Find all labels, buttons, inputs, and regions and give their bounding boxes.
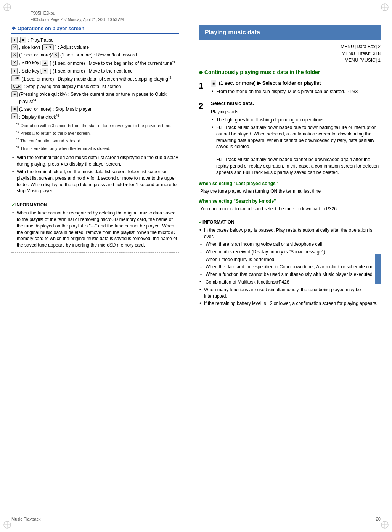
key-line-10: ● : Display the clock*5: [11, 113, 179, 121]
blue-tab: [375, 254, 381, 284]
key-line-8: ■ (Pressing twice quickly) : Save the cu…: [11, 91, 179, 105]
step-1-item-1: From the menu on the sub-display, Music …: [211, 89, 381, 95]
info-title-left: ✓INFORMATION: [11, 202, 179, 208]
key-symbol-circle: ●: [11, 68, 18, 74]
info-right-3: If the remaining battery level is I 2 or…: [199, 300, 381, 307]
step-2-list: The light goes lit or flashing depending…: [211, 117, 381, 176]
key-clr: CLR: [11, 84, 22, 90]
ops-bullet-list: With the terminal folded and music data …: [11, 155, 179, 194]
info-right-dash-3: When i-mode inquiry is performed: [199, 256, 381, 263]
step-1-title: ■ (1 sec. or more) ▶ Select a folder or …: [211, 79, 381, 87]
footnote-4: *4 This is enabled only when the termina…: [11, 145, 179, 152]
step-2-item-1: The light goes lit or flashing depending…: [211, 117, 381, 123]
step-2-content: Select music data. Playing starts. The l…: [211, 100, 381, 177]
footer-bar: Music Playback 20: [11, 515, 381, 521]
menu-line-2: MENU [LifeKit] 318: [199, 50, 381, 57]
key-line-2: ✕, side keys [▲▼] : Adjust volume: [11, 44, 179, 51]
diamond-icon: ◆: [199, 69, 203, 75]
footer-page: 20: [376, 517, 381, 521]
right-column: Playing music data MENU [Data Box] 2 MEN…: [195, 25, 381, 513]
footnote-2: *2 Press □ to return to the player scree…: [11, 129, 179, 136]
when-select-1-text: Play the tune played when turning ON the…: [199, 188, 381, 195]
ops-bullet-2: With the terminal folded, on the music d…: [11, 169, 179, 194]
key-line-3: ✕ (1 sec. or more)/✕ (1 sec. or more) : …: [11, 52, 179, 58]
key-symbol-x4: ✕: [11, 60, 18, 66]
check-icon-right: ✓: [199, 219, 202, 225]
info-right-dash-4: When the date and time specified in Coun…: [199, 264, 381, 270]
left-column: ❖ Operations on player screen ●, ■ : Pla…: [11, 25, 187, 513]
footer-section: Music Playback: [11, 517, 40, 521]
playing-music-data-title: Playing music data: [205, 29, 260, 35]
key-symbol-box: □/■: [11, 75, 20, 81]
step-2-row: 2 Select music data. Playing starts. The…: [199, 100, 381, 177]
key-line-7: CLR : Stop playing and display music dat…: [11, 84, 179, 90]
column-separator: [191, 25, 191, 513]
when-select-1-title: When selecting "Last played songs": [199, 180, 381, 187]
info-right-dash-1: When there is an incoming voice call or …: [199, 241, 381, 248]
key-symbol-x2: ✕: [11, 52, 18, 58]
step-1-row: 1 ■ (1 sec. or more) ▶ Select a folder o…: [199, 79, 381, 97]
menu-lines: MENU [Data Box] 2 MENU [LifeKit] 318 MEN…: [199, 43, 381, 64]
step-1-icon: ■: [211, 80, 216, 87]
key-symbol-circle2: ●: [11, 113, 18, 119]
section-title-right: ◆Continuously playing music data in the …: [199, 68, 381, 76]
info-box-right: ✓INFORMATION In the cases below, play is…: [199, 216, 381, 311]
corner-mark-bl: [3, 521, 11, 529]
info-list-left: When the tune cannot be recognized by de…: [11, 210, 179, 248]
footnote-3: *3 The confirmation sound is heard.: [11, 137, 179, 144]
corner-mark-tl: [3, 3, 11, 11]
footnote-1: *1 Operation within 3 seconds from the s…: [11, 122, 179, 129]
book-info: F905i.book Page 207 Monday, April 21, 20…: [31, 16, 361, 22]
step-2-title: Select music data.: [211, 100, 381, 107]
key-line-5: ●, Side key [▼] (1 sec. or more) : Move …: [11, 68, 179, 74]
step-1-number: 1: [199, 79, 207, 97]
key-up2: ▲: [42, 60, 48, 66]
step-1-list: From the menu on the sub-display, Music …: [211, 89, 381, 95]
info-right-dash-5: When a function that cannot be used simu…: [199, 271, 381, 278]
check-icon-left: ✓: [11, 202, 15, 208]
menu-line-3: MENU [MUSIC] 1: [199, 57, 381, 64]
info-title-right: ✓INFORMATION: [199, 219, 381, 226]
key-symbol-sq: ■: [11, 91, 18, 97]
info-box-left: ✓INFORMATION When the tune cannot be rec…: [11, 199, 179, 253]
step-1-content: ■ (1 sec. or more) ▶ Select a folder or …: [211, 79, 381, 97]
ops-bullet-1: With the terminal folded and music data …: [11, 155, 179, 168]
playing-starts: Playing starts.: [211, 108, 381, 115]
key-line-9: ■ (1 sec. or more) : Stop Music player: [11, 106, 179, 113]
main-layout: ❖ Operations on player screen ●, ■ : Pla…: [11, 25, 381, 513]
key-symbol-2: ■: [20, 37, 26, 43]
info-list-right: In the cases below, play is paused. Play…: [199, 227, 381, 307]
header-bar: F905i_E2kou: [31, 11, 361, 15]
key-line-1: ●, ■ : Play/Pause: [11, 37, 179, 44]
corner-mark-br: [381, 521, 389, 529]
menu-line-1: MENU [Data Box] 2: [199, 43, 381, 50]
step-2-item-2: Full Track Music partially downloaded du…: [211, 124, 381, 176]
corner-mark-tr: [381, 3, 389, 11]
key-symbol-x: ✕: [11, 44, 18, 50]
key-line-6: □/■ (1 sec. or more) : Display music dat…: [11, 75, 179, 82]
model-label: F905i_E2kou: [31, 11, 55, 15]
key-symbol: ●: [11, 37, 18, 43]
info-right-2: When many functions are used simultaneou…: [199, 287, 381, 300]
info-right-dash-2: When mail is received (Display priority …: [199, 249, 381, 255]
when-select-2-title: When selecting "Search by i-mode": [199, 198, 381, 205]
key-down: ▼: [42, 68, 48, 74]
info-right-combination: Combination of Multitask functions®P428: [199, 279, 381, 285]
step-2-number: 2: [199, 100, 207, 177]
key-symbol-sq2: ■: [11, 106, 18, 112]
ops-title: ❖ Operations on player screen: [11, 25, 179, 34]
info-right-1: In the cases below, play is paused. Play…: [199, 227, 381, 240]
key-up: ▲▼: [43, 44, 54, 50]
blue-header-box: Playing music data: [199, 25, 381, 40]
info-item-left-1: When the tune cannot be recognized by de…: [11, 210, 179, 248]
key-line-4: ✕, Side key [▲] (1 sec. or more) : Move …: [11, 60, 179, 67]
when-select-2-text: You can connect to i-mode and select the…: [199, 205, 381, 212]
key-symbol-x3: ✕: [53, 52, 59, 58]
